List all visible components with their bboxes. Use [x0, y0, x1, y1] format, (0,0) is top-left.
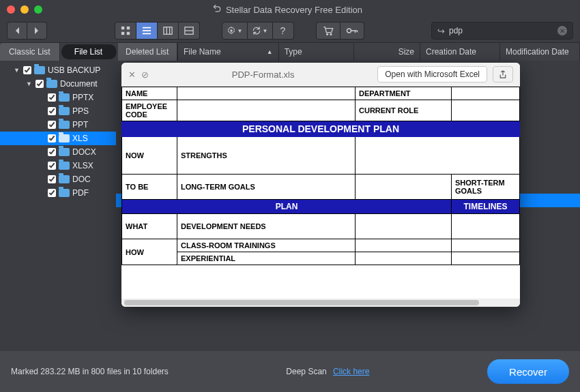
- cell-tobe: TO BE: [122, 175, 177, 200]
- tree-check[interactable]: [48, 107, 56, 115]
- tree-check[interactable]: [48, 162, 56, 170]
- tree-row-pdf[interactable]: PDF: [0, 186, 116, 200]
- tree-row-pptx[interactable]: PPTX: [0, 91, 116, 104]
- cell-what: WHAT: [122, 214, 177, 239]
- deep-scan-link[interactable]: Click here: [333, 367, 369, 376]
- search-field[interactable]: ↪ ✕: [431, 22, 573, 40]
- tree-row-ppt[interactable]: PPT: [0, 118, 116, 132]
- tree-label: DOCX: [72, 147, 96, 157]
- col-filename[interactable]: File Name▲: [178, 43, 279, 61]
- tree-check[interactable]: [48, 148, 56, 156]
- cell-classroom-value: [356, 239, 452, 252]
- settings-button[interactable]: ▼: [222, 22, 248, 40]
- cell-classroom: CLASS-ROOM TRAININGS: [177, 239, 356, 252]
- maximize-icon[interactable]: [34, 5, 42, 14]
- preview-header: ✕ ⊘ PDP-Format.xls Open with Microsoft E…: [121, 63, 520, 87]
- minimize-icon[interactable]: [20, 5, 29, 14]
- tree-label: XLSX: [72, 161, 93, 170]
- tree-row-document[interactable]: ▼Document: [0, 77, 116, 91]
- preview-header-icons: ✕ ⊘: [128, 70, 149, 80]
- list-tabs: Classic List File List Deleted List: [0, 43, 177, 61]
- tree-row-pps[interactable]: PPS: [0, 104, 116, 118]
- col-type[interactable]: Type: [279, 43, 354, 61]
- col-modification-date[interactable]: Modification Date: [500, 43, 580, 61]
- recover-button[interactable]: Recover: [487, 359, 569, 384]
- tree-label: PPTX: [72, 93, 93, 102]
- list-view-button[interactable]: [136, 22, 158, 40]
- window-title: Stellar Data Recovery Free Edition: [42, 5, 532, 15]
- refresh-button[interactable]: ▼: [248, 22, 273, 40]
- tree-check[interactable]: [23, 66, 31, 74]
- sort-asc-icon: ▲: [267, 48, 273, 55]
- tree-label: PPT: [72, 120, 88, 130]
- cell-dept-value: [452, 87, 520, 100]
- svg-rect-6: [142, 33, 150, 35]
- view-toggle: [115, 22, 200, 40]
- preview-stop-icon[interactable]: ⊘: [141, 70, 149, 80]
- tree-check[interactable]: [48, 134, 56, 142]
- svg-rect-1: [126, 27, 129, 29]
- preview-panel: ✕ ⊘ PDP-Format.xls Open with Microsoft E…: [121, 63, 520, 307]
- svg-point-12: [230, 29, 233, 32]
- cell-empcode-value: [177, 100, 356, 121]
- cell-timelines-head: TIMELINES: [452, 200, 520, 214]
- tree-check[interactable]: [35, 80, 44, 88]
- svg-rect-2: [121, 32, 124, 35]
- coverflow-view-button[interactable]: [179, 22, 200, 40]
- folder-icon: [59, 148, 70, 156]
- grid-view-button[interactable]: [115, 22, 136, 40]
- help-button[interactable]: ?: [273, 22, 294, 40]
- cell-experiential: EXPERIENTIAL: [177, 252, 356, 265]
- tab-classic-list[interactable]: Classic List: [0, 43, 60, 61]
- cell-role-value: [452, 100, 520, 121]
- tree-row-xlsx[interactable]: XLSX: [0, 159, 116, 172]
- tab-deleted-list[interactable]: Deleted List: [118, 43, 178, 61]
- folder-icon: [59, 189, 70, 197]
- back-button[interactable]: [7, 22, 27, 40]
- svg-point-13: [326, 33, 328, 35]
- tree-row-docx[interactable]: DOCX: [0, 145, 116, 159]
- open-with-button[interactable]: Open with Microsoft Excel: [377, 66, 487, 82]
- tree-check[interactable]: [48, 93, 56, 102]
- cell-strengths: STRENGTHS: [177, 137, 356, 175]
- cart-button[interactable]: [316, 22, 340, 40]
- clear-search-button[interactable]: ✕: [557, 26, 567, 35]
- cell-role-label: CURRENT ROLE: [356, 100, 452, 121]
- key-button[interactable]: [340, 22, 364, 40]
- col-creation-date[interactable]: Creation Date: [420, 43, 500, 61]
- preview-scrollbar[interactable]: [121, 299, 520, 307]
- cell-name-label: NAME: [122, 87, 177, 100]
- cell-exp-timeline: [452, 252, 520, 265]
- cell-name-value: [177, 87, 356, 100]
- share-button[interactable]: [493, 66, 513, 82]
- tree-label: USB BACKUP: [48, 65, 100, 75]
- svg-rect-0: [121, 27, 124, 29]
- svg-rect-3: [126, 32, 129, 35]
- tree-row-root[interactable]: ▼USB BACKUP: [0, 63, 116, 77]
- tree-check[interactable]: [48, 121, 56, 129]
- preview-scroll-thumb[interactable]: [124, 300, 479, 305]
- folder-icon: [59, 162, 70, 170]
- tree-label: PPS: [72, 106, 89, 116]
- toolbar: ▼ ▼ ? ↪ ✕: [0, 19, 580, 43]
- col-size[interactable]: Size: [354, 43, 420, 61]
- svg-rect-7: [163, 27, 171, 35]
- cell-devneeds: DEVELOPMENT NEEDS: [177, 214, 356, 239]
- folder-icon: [59, 134, 70, 142]
- tree-check[interactable]: [48, 175, 56, 183]
- cell-devneeds-timeline: [452, 214, 520, 239]
- tree-check[interactable]: [48, 189, 56, 197]
- tree-row-xls[interactable]: XLS: [0, 132, 116, 145]
- preview-body: NAME DEPARTMENT EMPLOYEE CODE CURRENT RO…: [121, 87, 520, 299]
- tree-row-doc[interactable]: DOC: [0, 172, 116, 186]
- forward-button[interactable]: [27, 22, 47, 40]
- folder-icon: [46, 80, 57, 88]
- cell-dept-label: DEPARTMENT: [356, 87, 452, 100]
- column-view-button[interactable]: [158, 22, 179, 40]
- tab-file-list[interactable]: File List: [61, 44, 117, 59]
- cell-plan-head: PLAN: [122, 200, 452, 214]
- preview-close-icon[interactable]: ✕: [128, 70, 136, 80]
- close-icon[interactable]: [7, 5, 15, 14]
- search-input[interactable]: [448, 25, 557, 36]
- statusbar: Marked 283.22 MB in 800 files in 10 fold…: [0, 351, 580, 392]
